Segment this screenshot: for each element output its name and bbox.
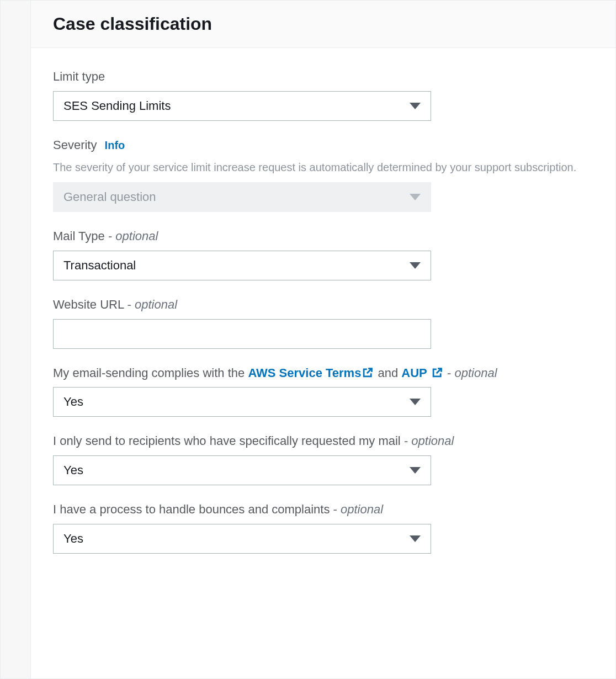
website-url-group: Website URL - optional	[53, 296, 593, 349]
panel-title: Case classification	[53, 14, 593, 34]
website-url-label-text: Website URL	[53, 298, 124, 311]
compliance-label-mid: and	[374, 366, 401, 380]
limit-type-group: Limit type SES Sending Limits	[53, 68, 593, 121]
limit-type-select[interactable]: SES Sending Limits	[53, 91, 431, 121]
bounces-select[interactable]: Yes	[53, 524, 431, 554]
aup-link[interactable]: AUP	[401, 366, 427, 380]
case-classification-panel: Case classification Limit type SES Sendi…	[31, 1, 615, 678]
compliance-select[interactable]: Yes	[53, 387, 431, 417]
recipients-label-text: I only send to recipients who have speci…	[53, 434, 401, 448]
severity-value: General question	[63, 190, 410, 204]
recipients-group: I only send to recipients who have speci…	[53, 432, 593, 485]
website-url-label: Website URL - optional	[53, 296, 593, 314]
chevron-down-icon	[410, 535, 421, 542]
chevron-down-icon	[410, 399, 421, 405]
bounces-label: I have a process to handle bounces and c…	[53, 501, 593, 518]
severity-label: Severity Info	[53, 136, 593, 154]
mail-type-label: Mail Type - optional	[53, 227, 593, 245]
external-link-icon	[362, 365, 373, 376]
severity-info-link[interactable]: Info	[105, 139, 125, 151]
external-link-icon	[432, 365, 443, 376]
mail-type-select[interactable]: Transactional	[53, 251, 431, 280]
chevron-down-icon	[410, 194, 421, 200]
aws-service-terms-link[interactable]: AWS Service Terms	[248, 366, 361, 380]
chevron-down-icon	[410, 103, 421, 109]
recipients-select[interactable]: Yes	[53, 455, 431, 485]
panel-header: Case classification	[31, 1, 615, 48]
severity-select: General question	[53, 182, 431, 212]
recipients-label: I only send to recipients who have speci…	[53, 432, 593, 450]
mail-type-label-text: Mail Type	[53, 229, 105, 243]
compliance-value: Yes	[63, 395, 410, 409]
bounces-group: I have a process to handle bounces and c…	[53, 501, 593, 554]
optional-tag: optional	[135, 298, 177, 311]
compliance-group: My email-sending complies with the AWS S…	[53, 364, 593, 417]
optional-tag: optional	[115, 229, 158, 243]
compliance-label: My email-sending complies with the AWS S…	[53, 364, 593, 382]
compliance-label-prefix: My email-sending complies with the	[53, 366, 248, 380]
severity-help-text: The severity of your service limit incre…	[53, 160, 593, 176]
mail-type-value: Transactional	[63, 258, 410, 273]
chevron-down-icon	[410, 262, 421, 269]
left-gutter	[1, 1, 31, 678]
optional-tag: optional	[341, 502, 383, 516]
bounces-label-text: I have a process to handle bounces and c…	[53, 502, 330, 516]
recipients-value: Yes	[63, 463, 410, 478]
severity-label-text: Severity	[53, 138, 97, 152]
optional-tag: optional	[455, 366, 497, 380]
mail-type-group: Mail Type - optional Transactional	[53, 227, 593, 280]
severity-group: Severity Info The severity of your servi…	[53, 136, 593, 212]
optional-tag: optional	[411, 434, 454, 448]
chevron-down-icon	[410, 467, 421, 474]
website-url-input[interactable]	[53, 319, 431, 349]
limit-type-value: SES Sending Limits	[63, 99, 410, 113]
limit-type-label: Limit type	[53, 68, 593, 86]
bounces-value: Yes	[63, 532, 410, 546]
